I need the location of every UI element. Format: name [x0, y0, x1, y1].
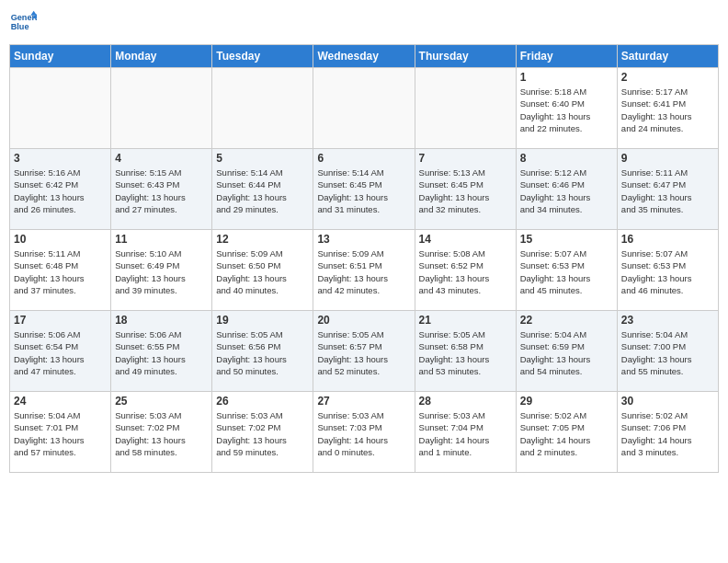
- day-number: 6: [317, 152, 410, 165]
- calendar-cell: 12Sunrise: 5:09 AM Sunset: 6:50 PM Dayli…: [212, 230, 313, 311]
- calendar-header: SundayMondayTuesdayWednesdayThursdayFrid…: [10, 45, 719, 68]
- calendar-week-5: 24Sunrise: 5:04 AM Sunset: 7:01 PM Dayli…: [10, 392, 719, 473]
- calendar-cell: 11Sunrise: 5:10 AM Sunset: 6:49 PM Dayli…: [111, 230, 212, 311]
- calendar-week-1: 1Sunrise: 5:18 AM Sunset: 6:40 PM Daylig…: [10, 68, 719, 149]
- calendar-cell: 23Sunrise: 5:04 AM Sunset: 7:00 PM Dayli…: [617, 311, 718, 392]
- day-info: Sunrise: 5:18 AM Sunset: 6:40 PM Dayligh…: [520, 86, 613, 134]
- calendar-cell: 24Sunrise: 5:04 AM Sunset: 7:01 PM Dayli…: [10, 392, 111, 473]
- day-info: Sunrise: 5:11 AM Sunset: 6:48 PM Dayligh…: [14, 247, 107, 296]
- svg-text:Blue: Blue: [11, 22, 29, 31]
- day-number: 5: [216, 152, 309, 165]
- calendar-cell: 22Sunrise: 5:04 AM Sunset: 6:59 PM Dayli…: [516, 311, 617, 392]
- calendar-cell: [415, 68, 516, 149]
- day-number: 16: [621, 233, 714, 246]
- weekday-header-thursday: Thursday: [415, 45, 516, 68]
- calendar-cell: 3Sunrise: 5:16 AM Sunset: 6:42 PM Daylig…: [10, 149, 111, 230]
- day-info: Sunrise: 5:04 AM Sunset: 7:00 PM Dayligh…: [621, 328, 714, 377]
- calendar-cell: 16Sunrise: 5:07 AM Sunset: 6:53 PM Dayli…: [617, 230, 718, 311]
- calendar-cell: [212, 68, 313, 149]
- weekday-header-saturday: Saturday: [617, 45, 718, 68]
- day-number: 11: [115, 233, 208, 246]
- calendar-table: SundayMondayTuesdayWednesdayThursdayFrid…: [9, 44, 719, 473]
- day-info: Sunrise: 5:04 AM Sunset: 6:59 PM Dayligh…: [520, 328, 613, 377]
- calendar-cell: 28Sunrise: 5:03 AM Sunset: 7:04 PM Dayli…: [415, 392, 516, 473]
- calendar-cell: 27Sunrise: 5:03 AM Sunset: 7:03 PM Dayli…: [313, 392, 415, 473]
- calendar-cell: [10, 68, 111, 149]
- calendar-cell: 2Sunrise: 5:17 AM Sunset: 6:41 PM Daylig…: [617, 68, 718, 149]
- calendar-cell: 17Sunrise: 5:06 AM Sunset: 6:54 PM Dayli…: [10, 311, 111, 392]
- day-number: 12: [216, 233, 309, 246]
- calendar-cell: 15Sunrise: 5:07 AM Sunset: 6:53 PM Dayli…: [516, 230, 617, 311]
- day-info: Sunrise: 5:12 AM Sunset: 6:46 PM Dayligh…: [520, 167, 613, 215]
- day-info: Sunrise: 5:07 AM Sunset: 6:53 PM Dayligh…: [520, 247, 613, 296]
- calendar-cell: [313, 68, 415, 149]
- day-info: Sunrise: 5:14 AM Sunset: 6:45 PM Dayligh…: [317, 167, 410, 215]
- day-number: 28: [419, 395, 512, 408]
- calendar-cell: 5Sunrise: 5:14 AM Sunset: 6:44 PM Daylig…: [212, 149, 313, 230]
- day-info: Sunrise: 5:11 AM Sunset: 6:47 PM Dayligh…: [621, 167, 714, 215]
- day-number: 23: [621, 314, 714, 327]
- day-info: Sunrise: 5:17 AM Sunset: 6:41 PM Dayligh…: [621, 86, 714, 134]
- day-info: Sunrise: 5:07 AM Sunset: 6:53 PM Dayligh…: [621, 247, 714, 296]
- day-number: 19: [216, 314, 309, 327]
- day-number: 14: [419, 233, 512, 246]
- page-header: General Blue: [9, 9, 719, 37]
- calendar-cell: 20Sunrise: 5:05 AM Sunset: 6:57 PM Dayli…: [313, 311, 415, 392]
- calendar-cell: 7Sunrise: 5:13 AM Sunset: 6:45 PM Daylig…: [415, 149, 516, 230]
- weekday-header-friday: Friday: [516, 45, 617, 68]
- day-info: Sunrise: 5:09 AM Sunset: 6:50 PM Dayligh…: [216, 247, 309, 296]
- day-number: 9: [621, 152, 714, 165]
- day-number: 4: [115, 152, 208, 165]
- day-number: 22: [520, 314, 613, 327]
- day-number: 25: [115, 395, 208, 408]
- day-number: 18: [115, 314, 208, 327]
- calendar-cell: 13Sunrise: 5:09 AM Sunset: 6:51 PM Dayli…: [313, 230, 415, 311]
- logo: General Blue: [9, 9, 37, 37]
- calendar-cell: 25Sunrise: 5:03 AM Sunset: 7:02 PM Dayli…: [111, 392, 212, 473]
- day-number: 20: [317, 314, 410, 327]
- calendar-cell: 26Sunrise: 5:03 AM Sunset: 7:02 PM Dayli…: [212, 392, 313, 473]
- day-info: Sunrise: 5:02 AM Sunset: 7:05 PM Dayligh…: [520, 409, 613, 458]
- day-number: 1: [520, 71, 613, 84]
- calendar-cell: [111, 68, 212, 149]
- day-info: Sunrise: 5:05 AM Sunset: 6:56 PM Dayligh…: [216, 328, 309, 377]
- day-info: Sunrise: 5:08 AM Sunset: 6:52 PM Dayligh…: [419, 247, 512, 296]
- day-number: 15: [520, 233, 613, 246]
- calendar-cell: 8Sunrise: 5:12 AM Sunset: 6:46 PM Daylig…: [516, 149, 617, 230]
- day-number: 30: [621, 395, 714, 408]
- day-info: Sunrise: 5:06 AM Sunset: 6:55 PM Dayligh…: [115, 328, 208, 377]
- weekday-header-sunday: Sunday: [10, 45, 111, 68]
- calendar-week-2: 3Sunrise: 5:16 AM Sunset: 6:42 PM Daylig…: [10, 149, 719, 230]
- calendar-body: 1Sunrise: 5:18 AM Sunset: 6:40 PM Daylig…: [10, 68, 719, 473]
- calendar-cell: 19Sunrise: 5:05 AM Sunset: 6:56 PM Dayli…: [212, 311, 313, 392]
- day-info: Sunrise: 5:09 AM Sunset: 6:51 PM Dayligh…: [317, 247, 410, 296]
- day-number: 26: [216, 395, 309, 408]
- day-info: Sunrise: 5:03 AM Sunset: 7:03 PM Dayligh…: [317, 409, 410, 458]
- day-info: Sunrise: 5:05 AM Sunset: 6:57 PM Dayligh…: [317, 328, 410, 377]
- day-number: 3: [14, 152, 107, 165]
- calendar-week-4: 17Sunrise: 5:06 AM Sunset: 6:54 PM Dayli…: [10, 311, 719, 392]
- day-number: 27: [317, 395, 410, 408]
- day-info: Sunrise: 5:03 AM Sunset: 7:04 PM Dayligh…: [419, 409, 512, 458]
- logo-icon: General Blue: [9, 9, 37, 37]
- day-info: Sunrise: 5:10 AM Sunset: 6:49 PM Dayligh…: [115, 247, 208, 296]
- calendar-cell: 30Sunrise: 5:02 AM Sunset: 7:06 PM Dayli…: [617, 392, 718, 473]
- calendar-cell: 21Sunrise: 5:05 AM Sunset: 6:58 PM Dayli…: [415, 311, 516, 392]
- day-number: 29: [520, 395, 613, 408]
- calendar-cell: 4Sunrise: 5:15 AM Sunset: 6:43 PM Daylig…: [111, 149, 212, 230]
- calendar-cell: 6Sunrise: 5:14 AM Sunset: 6:45 PM Daylig…: [313, 149, 415, 230]
- day-number: 10: [14, 233, 107, 246]
- day-number: 7: [419, 152, 512, 165]
- day-info: Sunrise: 5:06 AM Sunset: 6:54 PM Dayligh…: [14, 328, 107, 377]
- calendar-cell: 1Sunrise: 5:18 AM Sunset: 6:40 PM Daylig…: [516, 68, 617, 149]
- weekday-header-monday: Monday: [111, 45, 212, 68]
- calendar-cell: 10Sunrise: 5:11 AM Sunset: 6:48 PM Dayli…: [10, 230, 111, 311]
- day-info: Sunrise: 5:04 AM Sunset: 7:01 PM Dayligh…: [14, 409, 107, 458]
- day-number: 24: [14, 395, 107, 408]
- weekday-header-wednesday: Wednesday: [313, 45, 415, 68]
- day-number: 2: [621, 71, 714, 84]
- weekday-header-row: SundayMondayTuesdayWednesdayThursdayFrid…: [10, 45, 719, 68]
- day-number: 8: [520, 152, 613, 165]
- day-info: Sunrise: 5:16 AM Sunset: 6:42 PM Dayligh…: [14, 167, 107, 215]
- calendar-cell: 9Sunrise: 5:11 AM Sunset: 6:47 PM Daylig…: [617, 149, 718, 230]
